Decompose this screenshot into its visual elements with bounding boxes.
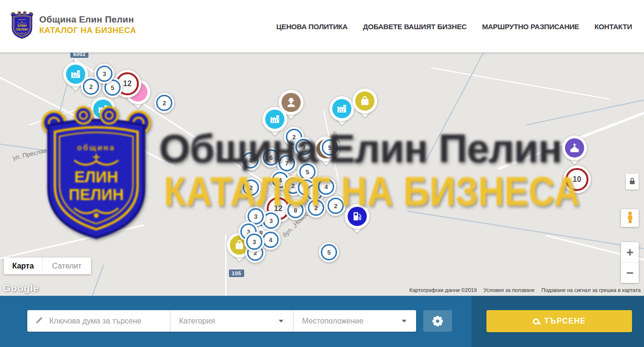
- zoom-out-button[interactable]: −: [621, 263, 639, 283]
- cluster-marker[interactable]: 10: [563, 166, 591, 193]
- pencil-icon: [35, 316, 44, 326]
- search-button-label: ТЪРСЕНЕ: [544, 317, 586, 325]
- category-select[interactable]: Категория: [170, 310, 293, 332]
- search-button[interactable]: ТЪРСЕНЕ: [486, 310, 632, 332]
- location-select[interactable]: Местоположение: [293, 310, 416, 332]
- header: Община Елин Пелин КАТАЛОГ НА БИЗНЕСА ЦЕН…: [0, 0, 644, 53]
- factory-icon: [93, 100, 113, 119]
- location-select-label: Местоположение: [302, 317, 363, 325]
- church-marker[interactable]: [562, 135, 587, 160]
- main-nav: ЦЕНОВА ПОЛИТИКА ДОБАВЕТЕ ВАШИЯТ БИЗНЕС М…: [276, 0, 632, 53]
- road-badge: 105: [229, 269, 244, 277]
- cluster-marker[interactable]: 4: [316, 177, 336, 197]
- keyword-field-wrap: [27, 310, 170, 332]
- report-map-error-link[interactable]: Подаване на сигнал за грешка в картата: [542, 287, 641, 293]
- cluster-marker[interactable]: 4: [240, 150, 260, 170]
- factory-marker[interactable]: [262, 107, 287, 132]
- brand-subtitle: КАТАЛОГ НА БИЗНЕСА: [39, 26, 136, 35]
- brand-text: Община Елин Пелин КАТАЛОГ НА БИЗНЕСА: [39, 14, 136, 35]
- lock-button[interactable]: [626, 174, 639, 190]
- keyword-search-input[interactable]: [49, 317, 170, 325]
- search-icon: [533, 318, 539, 325]
- chevron-down-icon: [279, 320, 283, 323]
- nav-item-route-schedule[interactable]: МАРШРУТНО РАЗПИСАНИЕ: [482, 22, 579, 31]
- map-markers: 6002105ул. Преславбул. „Новоселции"12253…: [0, 53, 644, 296]
- factory-marker[interactable]: [329, 96, 354, 121]
- fuel-station-marker[interactable]: [345, 204, 370, 229]
- cluster-marker[interactable]: 3: [244, 232, 264, 252]
- shopping-marker[interactable]: [352, 89, 377, 113]
- page: 6002105ул. Преславбул. „Новоселции"12253…: [0, 0, 644, 347]
- fuel-icon: [348, 207, 367, 226]
- road-badge: 6002: [70, 53, 89, 58]
- cluster-marker[interactable]: 3: [294, 137, 314, 157]
- church-icon: [565, 138, 584, 157]
- zoom-in-button[interactable]: +: [621, 242, 639, 263]
- brand[interactable]: Община Елин Пелин КАТАЛОГ НА БИЗНЕСА: [11, 11, 136, 39]
- pegman-icon: [625, 211, 635, 225]
- map-data-copyright: Картографски данни ©2019: [409, 287, 477, 293]
- brand-emblem-icon: [11, 11, 34, 39]
- terms-of-use-link[interactable]: Условия за ползване: [484, 287, 535, 293]
- advanced-search-button[interactable]: [423, 310, 452, 332]
- search-field-group: Категория Местоположение: [27, 310, 416, 332]
- bag-icon: [355, 91, 374, 111]
- street-view-pegman-button[interactable]: [621, 209, 639, 227]
- cluster-marker[interactable]: 2: [326, 196, 346, 216]
- brand-title: Община Елин Пелин: [39, 14, 136, 25]
- cluster-marker[interactable]: 2: [241, 178, 261, 198]
- map-canvas[interactable]: 6002105ул. Преславбул. „Новоселции"12253…: [0, 53, 644, 296]
- factory-icon: [332, 99, 351, 118]
- nav-item-pricing[interactable]: ЦЕНОВА ПОЛИТИКА: [276, 22, 348, 31]
- map-attribution: Картографски данни ©2019 Условия за полз…: [409, 287, 641, 293]
- map-type-control: Карта Сателит: [4, 257, 91, 274]
- cluster-marker[interactable]: 5: [319, 242, 339, 262]
- cluster-marker[interactable]: 3: [94, 64, 114, 84]
- cluster-marker[interactable]: 5: [320, 137, 340, 157]
- chevron-down-icon: [402, 320, 407, 323]
- category-select-label: Категория: [179, 317, 215, 325]
- factory-icon: [265, 110, 284, 129]
- cluster-marker[interactable]: 2: [154, 93, 174, 113]
- map-view-button[interactable]: Карта: [4, 257, 42, 274]
- zoom-control: + −: [621, 242, 639, 283]
- factory-marker[interactable]: [90, 97, 115, 122]
- satellite-view-button[interactable]: Сателит: [42, 257, 91, 274]
- street-label: ул. Преслав: [12, 146, 48, 161]
- nav-item-contacts[interactable]: КОНТАКТИ: [594, 22, 632, 31]
- google-logo[interactable]: Google: [3, 282, 39, 294]
- search-bar: Категория Местоположение ТЪРСЕНЕ: [0, 296, 644, 347]
- nav-item-add-business[interactable]: ДОБАВЕТЕ ВАШИЯТ БИЗНЕС: [363, 22, 467, 31]
- cluster-marker[interactable]: 2: [306, 198, 326, 218]
- lock-icon: [629, 177, 636, 187]
- cluster-marker[interactable]: 8: [285, 200, 305, 220]
